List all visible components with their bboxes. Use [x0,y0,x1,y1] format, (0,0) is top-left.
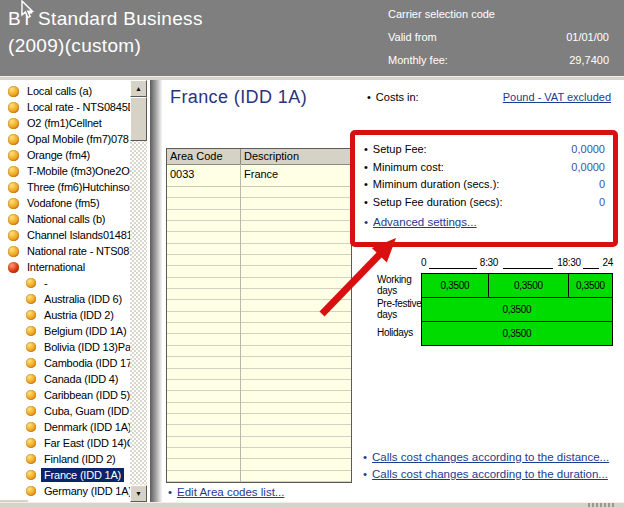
table-empty-row[interactable] [167,198,351,209]
schedule-rate-cell[interactable]: 0,3500 [421,273,489,298]
table-empty-row[interactable] [167,425,351,436]
tree-item-label: Caribbean (IDD 5)I [41,388,130,402]
tree-item[interactable]: Local calls (a) [0,83,130,99]
tree-item[interactable]: Bolivia (IDD 13)Pac [0,339,130,355]
carrier-selection-row: Carrier selection code [388,8,609,21]
schedule-rate-cell[interactable]: 0,3500 [568,273,613,298]
tree-item[interactable]: Three (fm6)Hutchinson [0,179,130,195]
calls-cost-link[interactable]: Calls cost changes according to the dura… [363,466,609,483]
tree-item[interactable]: Orange (fm4) [0,147,130,163]
edit-area-codes-link-text[interactable]: Edit Area codes list... [177,486,284,498]
fee-row[interactable]: Minimum cost:0,0000 [364,161,605,179]
table-empty-row[interactable] [167,323,351,334]
currency-link-text[interactable]: Pound - VAT excluded [503,91,611,103]
tree-item[interactable]: Belgium (IDD 1A) [0,323,130,339]
fee-row[interactable]: Setup Fee duration (secs):0 [364,196,605,214]
table-empty-row[interactable] [167,232,351,243]
table-empty-row[interactable] [167,357,351,368]
column-header-area-code[interactable]: Area Code [167,149,241,164]
calls-cost-link-text[interactable]: Calls cost changes according to the dist… [372,451,609,463]
fee-value[interactable]: 0,0000 [571,143,605,161]
tree-item[interactable]: Far East (IDD 14)C [0,435,130,451]
table-empty-row[interactable] [167,266,351,277]
calls-cost-link-text[interactable]: Calls cost changes according to the dura… [372,468,608,480]
table-empty-row[interactable] [167,403,351,414]
fee-row[interactable]: Miminum duration (secs.):0 [364,178,605,196]
tree-item[interactable]: Finland (IDD 2) [0,451,130,467]
edit-area-codes-link[interactable]: Edit Area codes list... [168,486,284,498]
valid-from-row: Valid from 01/01/00 [388,31,609,44]
tree-item[interactable]: France (IDD 1A) [0,467,130,483]
table-empty-row[interactable] [167,300,351,311]
tree-item[interactable]: - [0,275,130,291]
table-empty-row[interactable] [167,210,351,221]
fee-value[interactable]: 0 [599,178,605,196]
cell-description[interactable]: France [241,165,351,186]
tree-item[interactable]: O2 (fm1)Cellnet [0,115,130,131]
fee-label-text: Setup Fee duration (secs): [373,196,503,208]
fee-value[interactable]: 0 [599,196,605,214]
table-empty-row[interactable] [167,437,351,448]
table-empty-row[interactable] [167,346,351,357]
axis-line [429,268,477,269]
table-empty-row[interactable] [167,221,351,232]
schedule-rate-cell[interactable]: 0,3500 [421,321,613,346]
resize-grip-icon[interactable] [588,503,614,507]
tree-item-label: Far East (IDD 14)C [41,436,130,450]
table-empty-row[interactable] [167,244,351,255]
tree-item[interactable]: National rate - NTS087 [0,243,130,259]
table-empty-row[interactable] [167,471,351,482]
tree-item[interactable]: Denmark (IDD 1A) [0,419,130,435]
tree-item[interactable]: Opal Mobile (fm7)078 2 [0,131,130,147]
tree-item[interactable]: Cuba, Guam (IDD [0,403,130,419]
cell-area-code[interactable]: 0033 [167,165,241,186]
tree-item[interactable]: International [0,259,130,275]
tree-item[interactable]: Cambodia (IDD 17) [0,355,130,371]
schedule-rate-cell[interactable]: 0,3500 [421,297,613,322]
calls-cost-link[interactable]: Calls cost changes according to the dist… [363,449,609,466]
advanced-settings-link[interactable]: Advanced settings... [364,216,605,228]
schedule-rate-cell[interactable]: 0,3500 [488,273,569,298]
table-empty-row[interactable] [167,414,351,425]
fee-label-text: Setup Fee: [373,143,427,155]
table-empty-row[interactable] [167,380,351,391]
scrollbar-thumb[interactable] [130,97,147,141]
table-empty-row[interactable] [167,278,351,289]
table-empty-row[interactable] [167,459,351,470]
fee-row[interactable]: Setup Fee:0,0000 [364,143,605,161]
advanced-settings-link-text[interactable]: Advanced settings... [373,216,477,228]
tree-item[interactable]: Caribbean (IDD 5)I [0,387,130,403]
fee-rows: Setup Fee:0,0000Minimum cost:0,0000Mimin… [364,143,605,213]
column-header-description[interactable]: Description [241,149,351,164]
table-row[interactable]: 0033France [167,165,351,187]
fee-value[interactable]: 0,0000 [571,161,605,179]
table-empty-row[interactable] [167,312,351,323]
tree-item[interactable]: T-Mobile (fm3)One2One [0,163,130,179]
tree-item[interactable]: Channel Islands01481 [0,227,130,243]
table-empty-row[interactable] [167,448,351,459]
tree-node-icon [26,486,36,496]
tree-item[interactable]: National calls (b) [0,211,130,227]
tree-item[interactable]: Canada (IDD 4) [0,371,130,387]
table-empty-row[interactable] [167,289,351,300]
tree-node-icon [26,422,36,432]
sidebar-scrollbar[interactable]: ▲ ▼ [130,80,147,502]
table-empty-row[interactable] [167,391,351,402]
scroll-down-icon[interactable]: ▼ [130,485,147,502]
tree-item[interactable]: Local rate - NTS0845D [0,99,130,115]
table-empty-row[interactable] [167,187,351,198]
area-codes-table[interactable]: Area Code Description 0033France [166,148,352,483]
table-empty-row[interactable] [167,334,351,345]
table-empty-row[interactable] [167,369,351,380]
currency-link[interactable]: Pound - VAT excluded [503,91,611,103]
tree-item[interactable]: Austria (IDD 2) [0,307,130,323]
fee-label: Minimum cost: [364,161,444,179]
table-empty-row[interactable] [167,255,351,266]
tree-item[interactable]: Vodafone (fm5) [0,195,130,211]
tree-node-icon [26,438,36,448]
tree-item[interactable]: Australia (IDD 6) [0,291,130,307]
tree-item[interactable]: Germany (IDD 1A) [0,483,130,499]
tree-node-icon [26,374,36,384]
scroll-up-icon[interactable]: ▲ [130,80,147,97]
tree-item-label: Cuba, Guam (IDD [41,404,130,418]
